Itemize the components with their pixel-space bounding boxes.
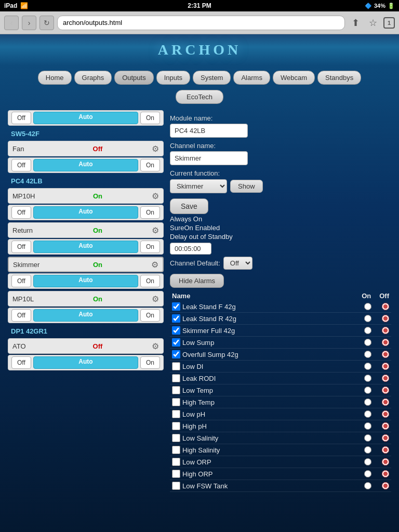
channel-name-input[interactable] <box>170 151 248 165</box>
alarm-off-radio-14[interactable] <box>382 470 389 477</box>
tab-count[interactable]: 1 <box>383 17 395 29</box>
alarm-on-radio-7[interactable] <box>364 387 371 394</box>
nav-alarms[interactable]: Alarms <box>233 71 270 85</box>
skimmer-auto-button[interactable]: Auto <box>33 275 138 287</box>
alarm-checkbox-13[interactable] <box>172 458 180 466</box>
share-button[interactable]: ⬆ <box>348 16 363 30</box>
return-on-button[interactable]: On <box>140 241 160 253</box>
alarm-off-radio-6[interactable] <box>382 375 389 382</box>
alarm-checkbox-6[interactable] <box>172 374 180 382</box>
alarm-checkbox-3[interactable] <box>172 338 180 347</box>
alarm-off-radio-1[interactable] <box>382 315 389 322</box>
bookmark-button[interactable]: ☆ <box>366 16 380 30</box>
fan-off-button[interactable]: Off <box>11 159 31 171</box>
skimmer-on-button[interactable]: On <box>140 275 160 287</box>
alarm-checkbox-2[interactable] <box>172 326 180 335</box>
mp10h-on-button[interactable]: On <box>140 206 160 219</box>
delay-time-input[interactable] <box>170 243 211 255</box>
ato-auto-button[interactable]: Auto <box>33 356 138 369</box>
alarm-on-radio-2[interactable] <box>364 327 371 334</box>
alarm-off-radio-10[interactable] <box>382 422 389 430</box>
nav-outputs[interactable]: Outputs <box>114 71 154 85</box>
on-button[interactable]: On <box>140 112 160 124</box>
ato-gear-icon[interactable]: ⚙ <box>152 341 159 351</box>
alarm-off-radio-0[interactable] <box>382 303 389 310</box>
alarm-on-radio-0[interactable] <box>364 303 371 310</box>
alarm-on-radio-13[interactable] <box>364 458 371 466</box>
alarm-on-radio-11[interactable] <box>364 434 371 442</box>
alarm-checkbox-4[interactable] <box>172 350 180 358</box>
alarm-on-radio-8[interactable] <box>364 398 371 406</box>
alarm-checkbox-9[interactable] <box>172 410 180 418</box>
alarm-off-radio-12[interactable] <box>382 446 389 454</box>
alarm-on-radio-15[interactable] <box>364 482 371 489</box>
alarm-on-radio-12[interactable] <box>364 446 371 454</box>
return-off-button[interactable]: Off <box>11 241 31 253</box>
alarm-checkbox-15[interactable] <box>172 482 180 490</box>
mp10l-gear-icon[interactable]: ⚙ <box>152 294 159 304</box>
alarm-on-radio-14[interactable] <box>364 470 371 477</box>
refresh-button[interactable]: ↻ <box>39 16 54 30</box>
alarm-off-radio-2[interactable] <box>382 327 389 334</box>
alarm-checkbox-7[interactable] <box>172 386 180 394</box>
alarm-checkbox-11[interactable] <box>172 434 180 442</box>
return-gear-icon[interactable]: ⚙ <box>152 225 159 235</box>
return-auto-button[interactable]: Auto <box>33 241 138 253</box>
mp10l-auto-button[interactable]: Auto <box>33 309 138 322</box>
alarm-off-radio-13[interactable] <box>382 458 389 466</box>
fan-gear-icon[interactable]: ⚙ <box>152 144 159 154</box>
alarm-on-radio-3[interactable] <box>364 339 371 346</box>
alarm-on-radio-10[interactable] <box>364 422 371 430</box>
mp10h-gear-icon[interactable]: ⚙ <box>152 191 159 201</box>
ato-on-button[interactable]: On <box>140 356 160 369</box>
alarm-checkbox-12[interactable] <box>172 446 180 454</box>
hide-alarms-button[interactable]: Hide Alarms <box>170 274 224 288</box>
alarm-on-radio-5[interactable] <box>364 363 371 370</box>
alarm-off-radio-3[interactable] <box>382 339 389 346</box>
nav-inputs[interactable]: Inputs <box>156 71 190 85</box>
off-button[interactable]: Off <box>11 112 31 124</box>
alarm-on-radio-6[interactable] <box>364 375 371 382</box>
back-button[interactable]: ‹ <box>4 16 19 30</box>
alarm-off-radio-4[interactable] <box>382 351 389 358</box>
nav-standbys[interactable]: Standbys <box>317 71 361 85</box>
nav-system[interactable]: System <box>193 71 231 85</box>
mp10l-off-button[interactable]: Off <box>11 309 31 322</box>
alarm-off-radio-7[interactable] <box>382 387 389 394</box>
alarm-checkbox-1[interactable] <box>172 314 180 323</box>
ecotech-button[interactable]: EcoTech <box>176 90 223 104</box>
fan-auto-button[interactable]: Auto <box>33 159 138 171</box>
skimmer-off-button[interactable]: Off <box>11 275 31 287</box>
ato-off-button[interactable]: Off <box>11 356 31 369</box>
alarm-off-radio-15[interactable] <box>382 482 389 489</box>
module-name-input[interactable] <box>170 124 248 138</box>
mp10h-auto-button[interactable]: Auto <box>33 206 138 219</box>
forward-button[interactable]: › <box>22 16 36 30</box>
alarm-on-radio-9[interactable] <box>364 410 371 418</box>
skimmer-gear-icon[interactable]: ⚙ <box>151 260 158 270</box>
function-select[interactable]: Skimmer <box>170 179 227 193</box>
mp10l-on-button[interactable]: On <box>140 309 160 322</box>
alarm-checkbox-14[interactable] <box>172 470 180 478</box>
mp10h-off-button[interactable]: Off <box>11 206 31 219</box>
alarm-checkbox-0[interactable] <box>172 302 180 311</box>
alarm-checkbox-8[interactable] <box>172 398 180 406</box>
auto-button[interactable]: Auto <box>33 112 138 124</box>
save-button[interactable]: Save <box>170 198 208 214</box>
alarm-checkbox-5[interactable] <box>172 362 180 370</box>
nav-graphs[interactable]: Graphs <box>74 71 112 85</box>
alarm-off-radio-9[interactable] <box>382 410 389 418</box>
fan-on-button[interactable]: On <box>140 159 160 171</box>
nav-home[interactable]: Home <box>38 71 72 85</box>
channel-default-select[interactable]: Off <box>223 257 252 270</box>
alarm-on-radio-4[interactable] <box>364 351 371 358</box>
device-name-mp10l: MP10L <box>12 295 44 303</box>
alarm-off-radio-8[interactable] <box>382 398 389 406</box>
alarm-off-radio-5[interactable] <box>382 363 389 370</box>
alarm-off-radio-11[interactable] <box>382 434 389 442</box>
url-bar[interactable]: archon/outputs.html <box>57 16 345 30</box>
show-button[interactable]: Show <box>230 180 263 193</box>
alarm-on-radio-1[interactable] <box>364 315 371 322</box>
nav-webcam[interactable]: Webcam <box>273 71 315 85</box>
alarm-checkbox-10[interactable] <box>172 422 180 430</box>
